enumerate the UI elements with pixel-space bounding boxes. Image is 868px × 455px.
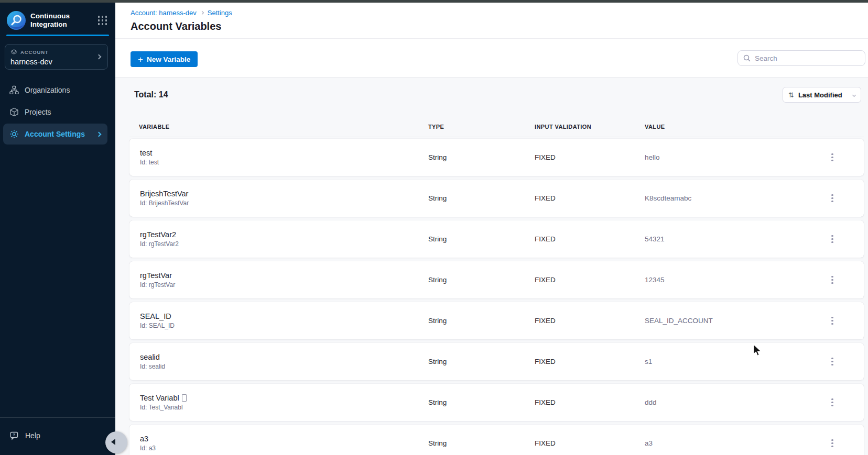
kebab-menu-icon[interactable] (828, 395, 837, 410)
help-button[interactable]: ? Help (9, 428, 40, 443)
variable-id: Id: Test_Variabl (140, 404, 428, 411)
variable-value: K8scdteamabc (645, 194, 801, 202)
variable-type: String (428, 153, 535, 161)
variable-id: Id: sealid (140, 363, 428, 370)
variable-name-cell: testId: test (129, 149, 428, 166)
variable-value: a3 (645, 439, 801, 447)
column-header-type: TYPE (428, 124, 535, 130)
breadcrumb: Account: harness-dev Settings (131, 8, 868, 17)
sidebar-item-label: Projects (25, 108, 51, 116)
kebab-menu-icon[interactable] (828, 232, 837, 247)
variable-value: 12345 (645, 276, 801, 284)
variable-type: String (428, 235, 535, 243)
variable-id: Id: rgTestVar2 (140, 240, 428, 248)
variable-validation: FIXED (535, 276, 645, 284)
sidebar: Continuous Integration ACCOUNT harness-d… (0, 3, 115, 455)
variable-name-cell: SEAL_IDId: SEAL_ID (129, 312, 428, 329)
kebab-menu-icon[interactable] (828, 436, 837, 451)
column-header-variable: VARIABLE (129, 124, 428, 130)
sidebar-item-organizations[interactable]: Organizations (3, 80, 107, 101)
sort-dropdown[interactable]: ⇅ Last Modified (783, 87, 861, 103)
variable-validation: FIXED (535, 153, 645, 161)
help-chat-icon: ? (9, 431, 20, 441)
org-chart-icon (9, 85, 19, 95)
variable-validation: FIXED (535, 439, 645, 447)
variable-type: String (428, 317, 535, 325)
app-grid-icon[interactable] (98, 16, 107, 25)
table-row[interactable]: rgTestVar2Id: rgTestVar2StringFIXED54321 (129, 220, 864, 258)
variable-type: String (428, 276, 535, 284)
variable-validation: FIXED (535, 194, 645, 202)
chevron-down-icon (852, 93, 856, 96)
kebab-menu-icon[interactable] (828, 191, 837, 206)
kebab-menu-icon[interactable] (828, 314, 837, 328)
sidebar-item-projects[interactable]: Projects (3, 102, 107, 123)
variable-type: String (428, 358, 535, 365)
plus-icon: + (138, 55, 143, 64)
table-header-row: VARIABLE TYPE INPUT VALIDATION VALUE (129, 124, 864, 137)
page-title: Account Variables (131, 20, 868, 32)
variable-id: Id: test (140, 159, 428, 166)
kebab-menu-icon[interactable] (828, 273, 837, 287)
variable-name-cell: rgTestVarId: rgTestVar (129, 271, 428, 288)
variable-name: sealid (140, 353, 428, 361)
top-strip (0, 0, 868, 3)
table-row[interactable]: rgTestVarId: rgTestVarStringFIXED12345 (129, 261, 864, 298)
variable-name: SEAL_ID (140, 312, 428, 320)
variable-name: rgTestVar2 (140, 230, 428, 239)
app-window: Continuous Integration ACCOUNT harness-d… (0, 0, 868, 455)
table-row[interactable]: testId: testStringFIXEDhello (129, 139, 864, 176)
variable-name: Test Variabl (140, 394, 428, 402)
variable-value: SEAL_ID_ACCOUNT (645, 317, 801, 325)
table-row[interactable]: SEAL_IDId: SEAL_IDStringFIXEDSEAL_ID_ACC… (129, 302, 864, 339)
brand-underline (6, 35, 109, 36)
action-toolbar: + New Variable (115, 39, 868, 77)
search-icon (743, 54, 751, 62)
variable-name-cell: BrijeshTestVarId: BrijeshTestVar (129, 190, 428, 207)
sidebar-item-label: Organizations (25, 86, 70, 94)
page-header: Account: harness-dev Settings Account Va… (115, 3, 868, 39)
sidebar-nav: Organizations Projects Account Settings (3, 80, 107, 146)
table-row[interactable]: Test VariablId: Test_VariablStringFIXEDd… (129, 384, 864, 421)
search-box (737, 50, 865, 66)
column-header-input-validation: INPUT VALIDATION (535, 124, 645, 130)
collapse-arrow-icon (111, 439, 115, 445)
product-title: Continuous Integration (30, 12, 81, 29)
table-row[interactable]: a3Id: a3StringFIXEDa3 (129, 425, 864, 455)
help-label: Help (25, 431, 40, 440)
harness-ci-logo-icon[interactable] (6, 10, 26, 30)
account-scope-label: ACCOUNT (20, 49, 49, 55)
cube-icon (9, 107, 19, 117)
breadcrumb-settings-link[interactable]: Settings (208, 9, 232, 17)
column-header-value: VALUE (645, 124, 801, 130)
sidebar-divider (0, 417, 115, 418)
variable-id: Id: BrijeshTestVar (140, 199, 428, 207)
account-scope-selector[interactable]: ACCOUNT harness-dev (5, 44, 108, 70)
breadcrumb-account-link[interactable]: Account: harness-dev (131, 9, 197, 17)
kebab-menu-icon[interactable] (828, 150, 837, 165)
variable-name-cell: rgTestVar2Id: rgTestVar2 (129, 230, 428, 248)
search-input[interactable] (755, 54, 860, 62)
variable-name-cell: sealidId: sealid (129, 353, 428, 370)
sidebar-collapse-handle[interactable] (105, 431, 127, 453)
variable-validation: FIXED (535, 358, 645, 365)
sort-label: Last Modified (798, 91, 849, 99)
variable-value: hello (645, 153, 801, 161)
variable-name: a3 (140, 435, 428, 443)
account-name: harness-dev (10, 58, 102, 66)
new-variable-button[interactable]: + New Variable (131, 51, 198, 67)
missing-glyph-box (182, 394, 187, 402)
table-row[interactable]: sealidId: sealidStringFIXEDs1 (129, 343, 864, 380)
variable-name-cell: Test VariablId: Test_Variabl (129, 394, 428, 411)
variables-list-area: Total: 14 ⇅ Last Modified VARIABLE TYPE … (115, 77, 868, 455)
sidebar-item-account-settings[interactable]: Account Settings (3, 124, 107, 145)
table-row[interactable]: BrijeshTestVarId: BrijeshTestVarStringFI… (129, 180, 864, 217)
kebab-menu-icon[interactable] (828, 354, 837, 369)
main-content: Account: harness-dev Settings Account Va… (115, 3, 868, 455)
chevron-right-icon (96, 131, 102, 137)
gear-icon (9, 129, 19, 139)
variable-type: String (428, 439, 535, 447)
variable-type: String (428, 194, 535, 202)
variable-id: Id: rgTestVar (140, 281, 428, 288)
variable-validation: FIXED (535, 317, 645, 325)
